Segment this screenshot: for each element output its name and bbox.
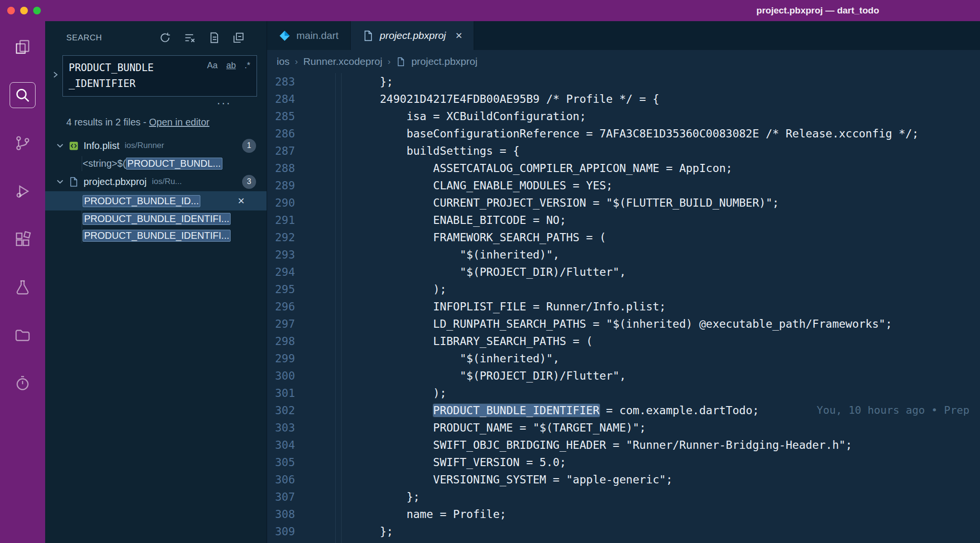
toggle-replace-chevron-icon[interactable] <box>51 71 60 81</box>
code-line[interactable]: 291 ENABLE_BITCODE = NO; <box>267 211 980 229</box>
code-line-text[interactable]: "$(inherited)", <box>295 350 980 367</box>
line-number[interactable]: 300 <box>267 367 295 384</box>
search-match-row[interactable]: PRODUCT_BUNDLE_IDENTIFI... <box>45 227 267 244</box>
line-number[interactable]: 302 <box>267 402 295 419</box>
code-line-text[interactable]: PRODUCT_NAME = "$(TARGET_NAME)"; <box>295 419 980 436</box>
code-line[interactable]: 286 baseConfigurationReference = 7AFA3C8… <box>267 125 980 142</box>
code-line-text[interactable]: LD_RUNPATH_SEARCH_PATHS = "$(inherited) … <box>295 315 980 333</box>
line-number[interactable]: 308 <box>267 506 295 523</box>
activity-extensions[interactable] <box>0 215 45 263</box>
code-line-text[interactable]: LIBRARY_SEARCH_PATHS = ( <box>295 333 980 350</box>
code-line-text[interactable]: PRODUCT_BUNDLE_IDENTIFIER = com.example.… <box>295 402 980 419</box>
code-line[interactable]: 294 "$(PROJECT_DIR)/Flutter", <box>267 263 980 281</box>
line-number[interactable]: 297 <box>267 315 295 333</box>
line-number[interactable]: 305 <box>267 454 295 471</box>
code-line[interactable]: 302 PRODUCT_BUNDLE_IDENTIFIER = com.exam… <box>267 402 980 419</box>
code-line-text[interactable]: ); <box>295 281 980 298</box>
breadcrumb-item[interactable]: project.pbxproj <box>411 56 478 67</box>
match-case-toggle[interactable]: Aa <box>206 60 219 71</box>
close-tab-icon[interactable]: × <box>455 30 462 41</box>
code-line-text[interactable]: CURRENT_PROJECT_VERSION = "$(FLUTTER_BUI… <box>295 194 980 211</box>
code-line-text[interactable]: buildSettings = { <box>295 142 980 160</box>
result-file-info-plist[interactable]: Info.plist ios/Runner 1 <box>45 136 267 155</box>
close-window-button[interactable] <box>7 7 15 14</box>
refresh-icon[interactable] <box>159 32 171 44</box>
code-editor[interactable]: 283 };284 249021D4217E4FDB00AE95B9 /* Pr… <box>267 73 980 543</box>
code-line[interactable]: 287 buildSettings = { <box>267 142 980 160</box>
activity-folder[interactable] <box>0 311 45 359</box>
tab-project-pbxproj[interactable]: project.pbxproj × <box>351 21 475 50</box>
code-line[interactable]: 300 "$(PROJECT_DIR)/Flutter", <box>267 367 980 384</box>
code-line-text[interactable]: "$(PROJECT_DIR)/Flutter", <box>295 263 980 281</box>
code-line[interactable]: 301 ); <box>267 384 980 402</box>
code-line-text[interactable]: INFOPLIST_FILE = Runner/Info.plist; <box>295 298 980 315</box>
code-line-text[interactable]: }; <box>295 488 980 506</box>
code-line[interactable]: 289 CLANG_ENABLE_MODULES = YES; <box>267 177 980 194</box>
line-number[interactable]: 295 <box>267 281 295 298</box>
code-line-text[interactable]: ENABLE_BITCODE = NO; <box>295 211 980 229</box>
code-line-text[interactable]: SWIFT_VERSION = 5.0; <box>295 454 980 471</box>
code-line[interactable]: 296 INFOPLIST_FILE = Runner/Info.plist; <box>267 298 980 315</box>
activity-explorer[interactable] <box>0 23 45 71</box>
code-line[interactable]: 303 PRODUCT_NAME = "$(TARGET_NAME)"; <box>267 419 980 436</box>
code-line[interactable]: 309 }; <box>267 523 980 540</box>
line-number[interactable]: 283 <box>267 73 295 90</box>
line-number[interactable]: 306 <box>267 471 295 488</box>
code-line[interactable]: 285 isa = XCBuildConfiguration; <box>267 108 980 125</box>
whole-word-toggle[interactable]: ab <box>225 60 237 71</box>
line-number[interactable]: 292 <box>267 229 295 246</box>
line-number[interactable]: 293 <box>267 246 295 263</box>
clear-search-results-icon[interactable] <box>184 32 196 44</box>
line-number[interactable]: 284 <box>267 90 295 108</box>
code-line-text[interactable]: ASSETCATALOG_COMPILER_APPICON_NAME = App… <box>295 160 980 177</box>
new-search-editor-icon[interactable] <box>208 32 220 44</box>
code-line[interactable]: 298 LIBRARY_SEARCH_PATHS = ( <box>267 333 980 350</box>
line-number[interactable]: 298 <box>267 333 295 350</box>
activity-run-and-debug[interactable] <box>0 167 45 215</box>
code-line[interactable]: 293 "$(inherited)", <box>267 246 980 263</box>
code-line[interactable]: 283 }; <box>267 73 980 90</box>
line-number[interactable]: 303 <box>267 419 295 436</box>
line-number[interactable]: 294 <box>267 263 295 281</box>
code-line-text[interactable]: "$(inherited)", <box>295 246 980 263</box>
code-line-text[interactable]: ); <box>295 384 980 402</box>
search-match-row-selected[interactable]: PRODUCT_BUNDLE_ID... × <box>45 191 267 210</box>
search-input[interactable]: PRODUCT_BUNDLE_IDENTIFIER Aa ab .* <box>62 55 257 97</box>
code-line-text[interactable]: }; <box>295 523 980 540</box>
result-file-project-pbxproj[interactable]: project.pbxproj ios/Ru... 3 <box>45 172 267 191</box>
code-line[interactable]: 292 FRAMEWORK_SEARCH_PATHS = ( <box>267 229 980 246</box>
code-line-text[interactable]: 249021D4217E4FDB00AE95B9 /* Profile */ =… <box>295 90 980 108</box>
dismiss-match-icon[interactable]: × <box>238 195 245 207</box>
breadcrumb-item[interactable]: ios <box>277 56 290 67</box>
collapse-all-icon[interactable] <box>233 32 245 44</box>
search-match-row[interactable]: <string>$(PRODUCT_BUNDL... <box>45 155 267 172</box>
activity-search[interactable] <box>0 71 45 119</box>
line-number[interactable]: 304 <box>267 436 295 454</box>
activity-testing[interactable] <box>0 263 45 311</box>
open-in-editor-link[interactable]: Open in editor <box>149 117 209 127</box>
line-number[interactable]: 296 <box>267 298 295 315</box>
line-number[interactable]: 307 <box>267 488 295 506</box>
code-line-text[interactable]: SWIFT_OBJC_BRIDGING_HEADER = "Runner/Run… <box>295 436 980 454</box>
code-line[interactable]: 308 name = Profile; <box>267 506 980 523</box>
code-line[interactable]: 305 SWIFT_VERSION = 5.0; <box>267 454 980 471</box>
code-line-text[interactable]: isa = XCBuildConfiguration; <box>295 108 980 125</box>
code-line[interactable]: 297 LD_RUNPATH_SEARCH_PATHS = "$(inherit… <box>267 315 980 333</box>
code-line-text[interactable]: FRAMEWORK_SEARCH_PATHS = ( <box>295 229 980 246</box>
code-line-text[interactable]: "$(PROJECT_DIR)/Flutter", <box>295 367 980 384</box>
minimize-window-button[interactable] <box>20 7 28 14</box>
code-line[interactable]: 284 249021D4217E4FDB00AE95B9 /* Profile … <box>267 90 980 108</box>
line-number[interactable]: 285 <box>267 108 295 125</box>
code-line[interactable]: 307 }; <box>267 488 980 506</box>
zoom-window-button[interactable] <box>33 7 41 14</box>
line-number[interactable]: 291 <box>267 211 295 229</box>
line-number[interactable]: 301 <box>267 384 295 402</box>
code-line-text[interactable]: baseConfigurationReference = 7AFA3C8E1D3… <box>295 125 980 142</box>
line-number[interactable]: 289 <box>267 177 295 194</box>
search-match-row[interactable]: PRODUCT_BUNDLE_IDENTIFI... <box>45 210 267 227</box>
code-line-text[interactable]: name = Profile; <box>295 506 980 523</box>
line-number[interactable]: 287 <box>267 142 295 160</box>
activity-source-control[interactable] <box>0 119 45 167</box>
code-line-text[interactable]: VERSIONING_SYSTEM = "apple-generic"; <box>295 471 980 488</box>
toggle-search-details-icon[interactable]: ··· <box>217 99 231 106</box>
